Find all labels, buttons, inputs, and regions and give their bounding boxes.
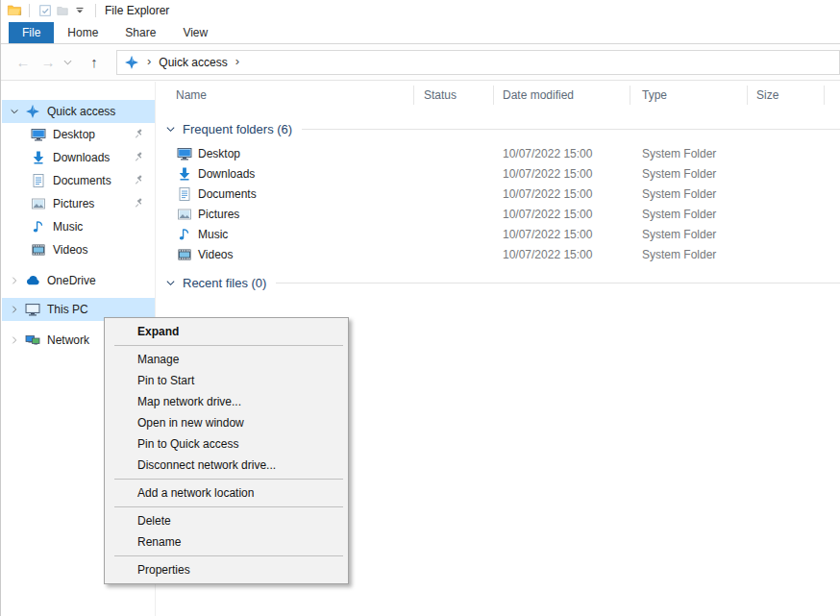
sidebar-item-documents[interactable]: Documents <box>2 169 155 192</box>
file-row-documents[interactable]: Documents 10/07/2022 15:00 System Folder <box>156 184 840 204</box>
chevron-right-icon[interactable] <box>10 335 25 345</box>
desktop-icon <box>31 127 46 142</box>
titlebar-separator <box>95 4 96 17</box>
column-header-status[interactable]: Status <box>414 86 494 105</box>
file-date-modified: 10/07/2022 15:00 <box>503 228 592 241</box>
chevron-down-icon[interactable] <box>165 124 176 135</box>
sidebar-item-quick-access[interactable]: Quick access <box>2 100 155 123</box>
file-name: Music <box>198 228 228 241</box>
file-date-modified: 10/07/2022 15:00 <box>503 208 592 221</box>
file-name: Pictures <box>198 208 239 221</box>
qat-new-folder-button[interactable] <box>54 2 71 19</box>
file-type: System Folder <box>642 147 716 160</box>
chevron-right-icon[interactable] <box>10 305 25 314</box>
sidebar-item-label: Desktop <box>53 128 95 141</box>
sidebar-item-label: Documents <box>53 174 111 187</box>
app-folder-icon <box>7 3 22 18</box>
file-type: System Folder <box>642 248 716 261</box>
quick-access-star-icon <box>25 104 40 119</box>
breadcrumb[interactable]: › Quick access › <box>116 50 840 75</box>
menu-item-map-network-drive[interactable]: Map network drive... <box>105 391 348 412</box>
column-header-date-modified[interactable]: Date modified <box>494 86 630 105</box>
file-date-modified: 10/07/2022 15:00 <box>503 187 592 201</box>
file-row-videos[interactable]: Videos 10/07/2022 15:00 System Folder <box>156 244 840 264</box>
qat-properties-button[interactable] <box>37 2 54 19</box>
menu-item-expand[interactable]: Expand <box>105 321 348 342</box>
menu-item-open-in-new-window[interactable]: Open in new window <box>105 412 348 433</box>
downloads-icon <box>31 150 46 165</box>
menu-item-pin-to-quick-access[interactable]: Pin to Quick access <box>105 433 348 455</box>
file-row-pictures[interactable]: Pictures 10/07/2022 15:00 System Folder <box>156 204 840 224</box>
pin-icon <box>134 128 145 142</box>
group-header-label[interactable]: Frequent folders (6) <box>183 122 292 136</box>
file-date-modified: 10/07/2022 15:00 <box>503 167 592 181</box>
chevron-down-icon[interactable] <box>165 278 176 288</box>
tab-file[interactable]: File <box>9 22 54 43</box>
sidebar-item-pictures[interactable]: Pictures <box>2 192 155 215</box>
menu-item-rename[interactable]: Rename <box>105 531 348 553</box>
quick-access-star-icon <box>124 55 139 70</box>
titlebar: File Explorer <box>1 0 840 21</box>
menu-item-disconnect-network-drive[interactable]: Disconnect network drive... <box>105 455 348 476</box>
ribbon-tab-bar: File Home Share View <box>1 21 840 44</box>
menu-item-delete[interactable]: Delete <box>105 510 348 531</box>
file-date-modified: 10/07/2022 15:00 <box>503 147 592 160</box>
pin-icon <box>134 174 145 188</box>
pictures-icon <box>31 196 46 211</box>
sidebar-item-videos[interactable]: Videos <box>2 238 155 261</box>
recent-locations-dropdown[interactable] <box>61 58 74 67</box>
back-button[interactable]: ← <box>11 54 36 70</box>
menu-separator <box>114 345 343 346</box>
file-explorer-window: File Explorer File Home Share View ← → ↑… <box>0 0 840 616</box>
column-header-size[interactable]: Size <box>748 86 825 105</box>
column-header-type[interactable]: Type <box>630 86 748 105</box>
pictures-icon <box>177 207 192 222</box>
sidebar-item-onedrive[interactable]: OneDrive <box>2 269 155 292</box>
desktop-icon <box>177 146 192 161</box>
this-pc-icon <box>25 302 40 317</box>
music-icon <box>31 219 46 234</box>
menu-item-manage[interactable]: Manage <box>105 349 348 370</box>
sidebar-item-label: Downloads <box>53 151 110 164</box>
sidebar-item-music[interactable]: Music <box>2 215 155 238</box>
videos-icon <box>31 242 46 258</box>
up-button[interactable]: ↑ <box>82 54 107 70</box>
file-type: System Folder <box>642 187 716 201</box>
chevron-right-icon[interactable] <box>10 276 25 285</box>
column-header-name[interactable]: Name <box>156 86 414 105</box>
file-type: System Folder <box>642 228 716 241</box>
menu-item-add-network-location[interactable]: Add a network location <box>105 482 348 504</box>
forward-button[interactable]: → <box>36 54 61 70</box>
menu-item-pin-to-start[interactable]: Pin to Start <box>105 370 348 391</box>
sidebar-item-label: Network <box>47 333 89 347</box>
videos-icon <box>177 247 192 262</box>
group-header-label[interactable]: Recent files (0) <box>183 276 266 290</box>
file-type: System Folder <box>642 167 716 181</box>
tab-home[interactable]: Home <box>54 22 111 43</box>
qat-customize-dropdown[interactable] <box>71 2 88 19</box>
chevron-down-icon[interactable] <box>10 107 25 116</box>
sidebar-item-label: Music <box>53 220 83 234</box>
breadcrumb-location[interactable]: Quick access <box>159 56 227 69</box>
file-name: Documents <box>198 187 257 201</box>
sidebar-item-desktop[interactable]: Desktop <box>2 123 155 146</box>
file-row-desktop[interactable]: Desktop 10/07/2022 15:00 System Folder <box>156 143 840 163</box>
context-menu-this-pc: Expand Manage Pin to Start Map network d… <box>104 317 349 584</box>
menu-separator <box>114 479 343 480</box>
documents-icon <box>31 173 46 188</box>
sidebar-item-downloads[interactable]: Downloads <box>2 146 155 169</box>
sidebar-item-label: This PC <box>47 303 88 316</box>
sidebar-item-label: Pictures <box>53 197 94 210</box>
file-type: System Folder <box>642 208 716 221</box>
breadcrumb-chevron-icon[interactable]: › <box>235 54 239 68</box>
group-rule <box>302 129 840 130</box>
menu-separator <box>114 506 343 507</box>
file-row-music[interactable]: Music 10/07/2022 15:00 System Folder <box>156 224 840 244</box>
file-row-downloads[interactable]: Downloads 10/07/2022 15:00 System Folder <box>156 163 840 184</box>
tab-share[interactable]: Share <box>111 22 169 43</box>
menu-item-properties[interactable]: Properties <box>105 559 348 580</box>
address-bar: ← → ↑ › Quick access › <box>1 44 840 81</box>
tab-view[interactable]: View <box>169 22 221 43</box>
network-icon <box>25 333 40 348</box>
titlebar-separator <box>29 4 30 17</box>
